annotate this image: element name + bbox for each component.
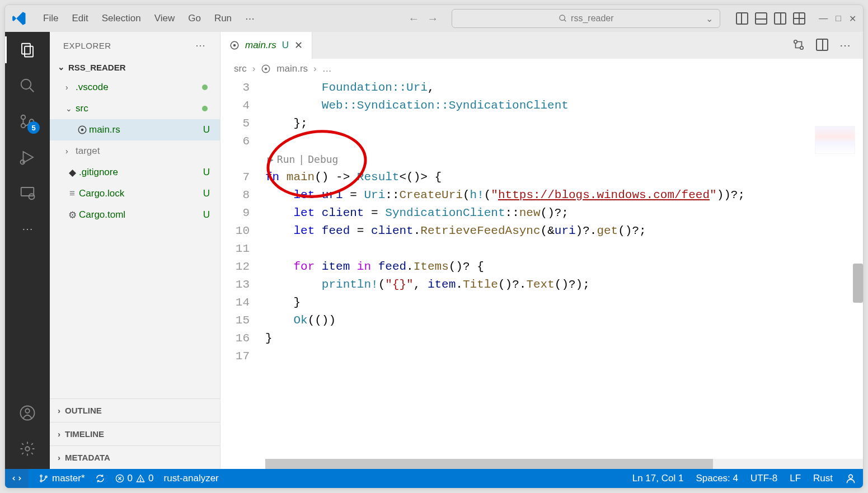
svg-rect-3 [25, 46, 33, 57]
svg-point-12 [29, 194, 35, 199]
breadcrumb-more[interactable]: … [322, 63, 332, 74]
activity-debug-icon[interactable] [17, 147, 37, 167]
maximize-icon[interactable]: □ [836, 13, 841, 24]
close-window-icon[interactable]: ✕ [849, 13, 856, 24]
nav-forward-icon[interactable]: → [427, 12, 438, 25]
code-lens[interactable]: ▶ Run | Debug [265, 151, 863, 168]
timeline-section[interactable]: › TIMELINE [50, 422, 220, 445]
file-gitignore[interactable]: ◆ .gitignore U [50, 162, 220, 183]
nav-back-icon[interactable]: ← [408, 12, 419, 25]
rust-file-icon [261, 64, 271, 74]
file-cargo-lock[interactable]: ≡ Cargo.lock U [50, 183, 220, 204]
svg-point-21 [800, 46, 804, 50]
rust-analyzer-status[interactable]: rust-analyzer [164, 473, 219, 484]
tab-main-rs[interactable]: main.rs U ✕ [220, 32, 312, 59]
breadcrumb[interactable]: src › main.rs › … [220, 59, 863, 79]
compare-changes-icon[interactable] [792, 39, 805, 52]
svg-rect-2 [22, 44, 30, 54]
svg-line-5 [30, 88, 34, 92]
scm-badge: 5 [27, 121, 40, 134]
command-center[interactable]: rss_reader ⌄ [452, 9, 720, 28]
svg-point-14 [25, 409, 30, 414]
folder-target[interactable]: › target [50, 140, 220, 162]
chevron-right-icon: › [58, 453, 60, 462]
menu-run[interactable]: Run [214, 13, 232, 25]
modified-dot-icon [202, 106, 208, 111]
svg-point-23 [265, 68, 268, 71]
codelens-debug[interactable]: Debug [308, 151, 338, 168]
activity-source-control-icon[interactable]: 5 [17, 111, 37, 132]
menu-selection[interactable]: Selection [102, 13, 141, 25]
minimap[interactable] [815, 126, 855, 154]
cursor-position[interactable]: Ln 17, Col 1 [632, 473, 684, 484]
tab-status: U [282, 40, 289, 51]
untracked-status: U [203, 188, 210, 199]
toggle-primary-sidebar-icon[interactable] [736, 12, 748, 25]
codelens-run[interactable]: Run [277, 151, 295, 168]
activity-remote-explorer-icon[interactable] [17, 183, 37, 203]
code-editor[interactable]: 3 4 5 6 7 8 9 10 11 12 13 14 15 16 17 [220, 79, 863, 469]
svg-point-31 [140, 480, 140, 481]
menu-view[interactable]: View [154, 13, 175, 25]
activity-search-icon[interactable] [17, 76, 37, 96]
status-bar: master* 0 0 rust-analyzer Ln 17, Col 1 S… [5, 469, 863, 488]
split-editor-icon[interactable] [816, 39, 828, 51]
breadcrumb-file[interactable]: main.rs [276, 63, 308, 74]
toggle-secondary-sidebar-icon[interactable] [774, 12, 786, 25]
folder-src[interactable]: ⌄ src [50, 98, 220, 119]
file-main-rs[interactable]: main.rs U [50, 119, 220, 140]
git-branch[interactable]: master* [39, 473, 85, 484]
outline-section[interactable]: › OUTLINE [50, 398, 220, 422]
activity-bar: 5 ⋯ [5, 32, 50, 469]
language-mode[interactable]: Rust [813, 473, 833, 484]
untracked-status: U [203, 124, 210, 135]
explorer-sidebar: EXPLORER ⋯ ⌄ RSS_READER › .vscode ⌄ src [50, 32, 220, 469]
svg-point-6 [21, 115, 26, 120]
code-content[interactable]: Foundation::Uri, Web::Syndication::Syndi… [265, 79, 863, 469]
sync-changes[interactable] [95, 473, 105, 483]
svg-point-25 [40, 480, 42, 482]
activity-account-icon[interactable] [17, 403, 37, 423]
svg-point-24 [40, 475, 42, 477]
project-header[interactable]: ⌄ RSS_READER [50, 59, 220, 76]
file-cargo-toml[interactable]: ⚙ Cargo.toml U [50, 204, 220, 226]
search-icon [559, 14, 567, 23]
menu-edit[interactable]: Edit [72, 13, 88, 25]
customize-layout-icon[interactable] [793, 12, 805, 25]
explorer-more-icon[interactable]: ⋯ [195, 39, 207, 51]
activity-settings-icon[interactable] [17, 439, 37, 459]
untracked-status: U [203, 167, 210, 178]
menu-file[interactable]: File [43, 13, 58, 25]
toggle-panel-icon[interactable] [755, 12, 767, 25]
file-icon: ≡ [65, 188, 79, 199]
editor-more-icon[interactable]: ⋯ [839, 39, 851, 52]
play-icon: ▶ [268, 151, 274, 168]
metadata-section[interactable]: › METADATA [50, 445, 220, 469]
problems[interactable]: 0 0 [115, 473, 154, 484]
horizontal-scrollbar[interactable] [265, 459, 863, 469]
indentation[interactable]: Spaces: 4 [696, 473, 738, 484]
encoding[interactable]: UTF-8 [750, 473, 777, 484]
menu-more-icon[interactable]: ⋯ [245, 13, 255, 25]
chevron-down-icon: ⌄ [706, 13, 713, 24]
svg-rect-11 [21, 187, 34, 196]
close-tab-icon[interactable]: ✕ [294, 39, 303, 51]
breadcrumb-src[interactable]: src [234, 63, 247, 74]
folder-vscode[interactable]: › .vscode [50, 77, 220, 98]
svg-point-32 [849, 475, 853, 478]
svg-point-7 [21, 124, 26, 128]
menu-go[interactable]: Go [188, 13, 201, 25]
eol[interactable]: LF [790, 473, 801, 484]
remote-indicator[interactable] [5, 469, 29, 488]
minimize-icon[interactable]: — [819, 13, 828, 24]
activity-more-icon[interactable]: ⋯ [17, 219, 37, 239]
editor-area: main.rs U ✕ ⋯ src › main.rs [220, 32, 863, 469]
feedback-icon[interactable] [845, 473, 856, 484]
chevron-right-icon: › [65, 147, 76, 156]
vertical-scrollbar[interactable] [853, 264, 863, 303]
svg-point-26 [45, 476, 47, 478]
activity-explorer-icon[interactable] [17, 40, 37, 60]
chevron-right-icon: › [252, 63, 256, 74]
chevron-right-icon: › [58, 429, 60, 439]
search-text: rss_reader [571, 13, 613, 24]
